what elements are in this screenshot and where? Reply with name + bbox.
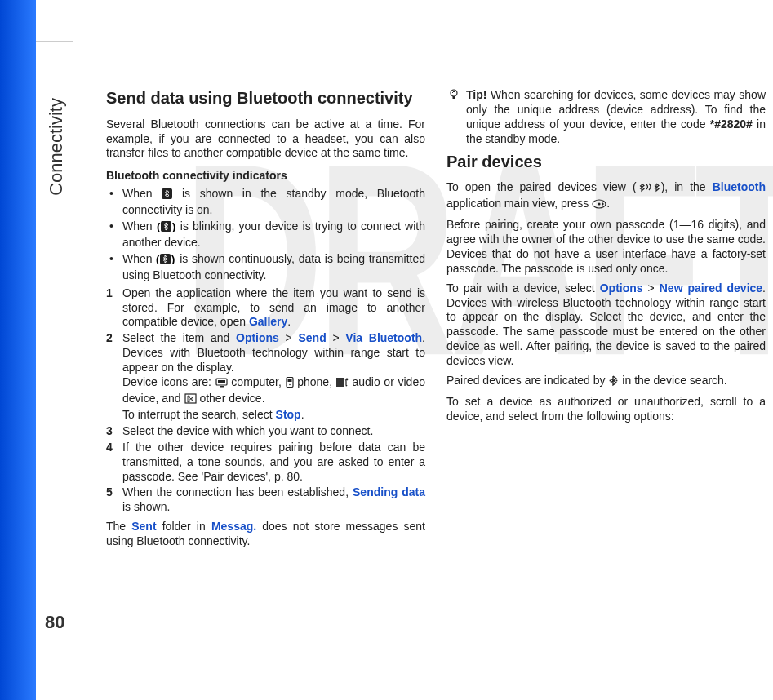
tip-icon	[448, 89, 460, 104]
text: in the device search.	[619, 374, 726, 387]
nav-right-icon	[592, 198, 606, 213]
other-device-icon	[184, 393, 197, 408]
pair-passcode-paragraph: Before pairing, create your own passcode…	[446, 218, 766, 277]
text: >	[643, 281, 660, 295]
svg-rect-13	[336, 378, 344, 387]
page-number: 80	[45, 612, 64, 633]
pair-open-paragraph: To open the paired devices view (), in t…	[446, 180, 766, 213]
text: When	[122, 252, 156, 265]
phone-icon	[286, 377, 294, 392]
step-4: If the other device requires pairing bef…	[106, 441, 425, 485]
text: When the connection has been established…	[122, 485, 353, 498]
svg-text:(: (	[156, 254, 160, 264]
intro-paragraph: Several Bluetooth connections can be act…	[106, 117, 425, 162]
page-content: Send data using Bluetooth connectivity S…	[106, 88, 766, 561]
paired-indicator-icon	[608, 375, 619, 390]
paired-indicated-paragraph: Paired devices are indicated by in the d…	[446, 374, 766, 390]
link-options: Options	[236, 331, 279, 344]
sent-folder-paragraph: The Sent folder in Messag. does not stor…	[106, 520, 425, 549]
text: application main view, press	[446, 197, 592, 210]
heading-send-data: Send data using Bluetooth connectivity	[106, 88, 425, 109]
text: Paired devices are indicated by	[446, 374, 608, 387]
section-label: Connectivity	[46, 98, 67, 196]
text: To pair with a device, select	[446, 281, 600, 295]
heading-indicators: Bluetooth connectivity indicators	[106, 169, 425, 184]
link-send: Send	[298, 331, 326, 344]
steps-list: Open the application where the item you …	[106, 286, 425, 516]
link-sent: Sent	[131, 520, 156, 533]
svg-text:(: (	[157, 221, 161, 232]
text: is shown.	[122, 500, 170, 513]
text: .	[301, 408, 304, 421]
link-new-paired: New paired device	[660, 281, 762, 295]
text: phone,	[294, 375, 336, 388]
pair-select-paragraph: To pair with a device, select Options > …	[446, 281, 766, 369]
tip-code: *#2820#	[710, 117, 753, 131]
tip-label: Tip!	[466, 88, 486, 101]
authorize-paragraph: To set a device as authorized or unautho…	[446, 395, 766, 424]
step-3: Select the device with which you want to…	[106, 424, 425, 439]
text: To interrupt the search, select	[122, 408, 276, 421]
paired-view-icon	[637, 182, 661, 197]
step-5: When the connection has been established…	[106, 485, 425, 515]
text: Device icons are:	[122, 375, 215, 388]
indicator-item-3: When () is shown continuously, data is b…	[106, 252, 425, 283]
text: .	[287, 315, 291, 328]
svg-rect-17	[453, 96, 455, 99]
heading-pair-devices: Pair devices	[446, 152, 766, 173]
text: computer,	[228, 375, 286, 388]
svg-rect-9	[220, 386, 224, 388]
step-1: Open the application where the item you …	[106, 286, 425, 330]
text: >	[327, 331, 346, 344]
svg-point-16	[451, 90, 457, 96]
tip-block: Tip! When searching for devices, some de…	[446, 88, 766, 147]
text: .	[606, 197, 610, 210]
corner-notch	[36, 0, 73, 42]
link-gallery: Gallery	[249, 315, 287, 328]
svg-point-21	[616, 380, 618, 382]
link-bluetooth: Bluetooth	[713, 180, 766, 193]
svg-point-12	[289, 384, 291, 386]
computer-icon	[215, 377, 228, 392]
text: ), in the	[661, 180, 713, 193]
bluetooth-paren-icon: ()	[157, 221, 176, 236]
indicator-list: When is shown in the standby mode, Bluet…	[106, 187, 425, 282]
step-2-interrupt: To interrupt the search, select Stop.	[122, 408, 425, 423]
link-stop: Stop	[276, 408, 301, 421]
text: The	[106, 520, 131, 533]
side-blue-bar	[0, 0, 36, 700]
text: folder in	[157, 520, 211, 533]
link-sending-data: Sending data	[353, 485, 425, 498]
link-messag: Messag.	[211, 520, 256, 533]
svg-point-14	[345, 379, 348, 381]
svg-rect-11	[287, 379, 291, 382]
text: When	[122, 187, 162, 200]
indicator-item-1: When is shown in the standby mode, Bluet…	[106, 187, 425, 218]
link-options-2: Options	[600, 281, 643, 295]
text: When	[122, 219, 157, 233]
svg-rect-8	[218, 380, 225, 383]
text: Select the item and	[122, 331, 236, 344]
text: >	[279, 331, 299, 344]
step-2-devices: Device icons are: computer, phone, audio…	[122, 375, 425, 408]
svg-point-20	[610, 380, 611, 382]
indicator-item-2: When () is blinking, your device is tryi…	[106, 219, 425, 250]
text: To open the paired devices view (	[446, 180, 637, 193]
text: other device.	[197, 392, 265, 405]
step-2: Select the item and Options > Send > Via…	[106, 331, 425, 422]
svg-point-19	[598, 203, 601, 206]
bluetooth-paren-icon: ()	[156, 254, 175, 268]
audio-video-icon	[336, 377, 349, 392]
link-via-bluetooth: Via Bluetooth	[345, 331, 422, 344]
bluetooth-icon	[162, 188, 172, 203]
svg-text:): )	[172, 221, 175, 232]
